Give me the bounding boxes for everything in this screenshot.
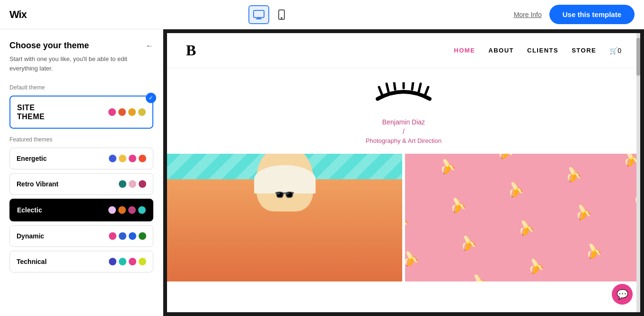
eclectic-theme-card[interactable]: Eclectic bbox=[9, 199, 153, 221]
default-theme-name: SITETHEME bbox=[17, 103, 45, 121]
color-dot bbox=[119, 258, 126, 265]
theme-dots bbox=[109, 232, 146, 240]
color-dot bbox=[139, 232, 146, 240]
use-template-button[interactable]: Use this template bbox=[549, 5, 635, 24]
technical-theme-card[interactable]: Technical bbox=[9, 251, 153, 272]
color-dot bbox=[129, 258, 136, 265]
selected-checkmark: ✓ bbox=[146, 93, 156, 103]
scrollbar[interactable] bbox=[636, 33, 640, 312]
color-dot bbox=[118, 206, 126, 214]
nav-link-store[interactable]: STORE bbox=[572, 47, 596, 54]
retro-vibrant-theme-card[interactable]: Retro Vibrant bbox=[9, 173, 153, 195]
theme-name: Energetic bbox=[17, 155, 47, 162]
theme-dots bbox=[109, 258, 146, 265]
gallery-item-person: 🕶️ bbox=[167, 154, 402, 281]
sidebar-header: Choose your theme ← bbox=[9, 41, 153, 51]
color-dot bbox=[129, 155, 136, 162]
theme-dots bbox=[119, 180, 146, 188]
color-dot bbox=[119, 155, 126, 162]
more-info-button[interactable]: More Info bbox=[514, 11, 542, 18]
top-right-actions: More Info Use this template bbox=[514, 5, 635, 24]
hero-subtitle: Photography & Art Direction bbox=[366, 137, 441, 144]
default-theme-dots bbox=[108, 108, 146, 116]
device-switcher bbox=[248, 5, 292, 24]
color-dot bbox=[139, 180, 146, 188]
preview-frame: B HOME ABOUT CLIENTS STORE 🛒0 bbox=[163, 29, 644, 316]
color-dot bbox=[108, 108, 116, 116]
lash-icon bbox=[375, 82, 432, 113]
glasses-decoration: 🕶️ bbox=[274, 185, 295, 205]
sidebar: Choose your theme ← Start with one you l… bbox=[0, 29, 163, 316]
svg-rect-0 bbox=[254, 10, 264, 18]
color-dot bbox=[118, 108, 126, 116]
default-theme-label: Default theme bbox=[9, 84, 153, 91]
banana-pattern: 🍌 🍌 🍌 🍌 🍌 🍌 🍌 🍌 🍌 🍌 🍌 🍌 bbox=[405, 154, 640, 281]
site-hero: Benjamin Diaz / Photography & Art Direct… bbox=[167, 68, 640, 154]
scroll-thumb[interactable] bbox=[636, 38, 640, 76]
color-dot bbox=[128, 206, 136, 214]
gallery-item-bananas: 🍌 🍌 🍌 🍌 🍌 🍌 🍌 🍌 🍌 🍌 🍌 🍌 bbox=[405, 154, 640, 281]
mobile-device-button[interactable] bbox=[271, 5, 292, 24]
color-dot bbox=[109, 155, 116, 162]
svg-line-11 bbox=[425, 87, 428, 96]
theme-name: Retro Vibrant bbox=[17, 180, 58, 188]
site-nav-links: HOME ABOUT CLIENTS STORE 🛒0 bbox=[454, 47, 621, 54]
hero-slash: / bbox=[403, 128, 405, 135]
sidebar-collapse-button[interactable]: ← bbox=[146, 42, 153, 50]
color-dot bbox=[128, 108, 136, 116]
cart-icon[interactable]: 🛒0 bbox=[609, 47, 621, 54]
banana: 🍌 bbox=[565, 236, 626, 281]
cart-count: 0 bbox=[618, 47, 621, 54]
chat-bubble[interactable]: 💬 bbox=[612, 284, 633, 305]
site-gallery: 🕶️ 🍌 🍌 🍌 🍌 🍌 🍌 🍌 🍌 bbox=[167, 154, 640, 281]
hero-name: Benjamin Diaz bbox=[382, 118, 425, 126]
site-navigation: B HOME ABOUT CLIENTS STORE 🛒0 bbox=[167, 33, 640, 68]
color-dot bbox=[139, 155, 146, 162]
bananas-bg: 🍌 🍌 🍌 🍌 🍌 🍌 🍌 🍌 🍌 🍌 🍌 🍌 bbox=[405, 154, 640, 281]
color-dot bbox=[109, 258, 116, 265]
banana: 🍌 bbox=[602, 154, 640, 192]
energetic-theme-card[interactable]: Energetic bbox=[9, 148, 153, 169]
svg-line-9 bbox=[412, 82, 413, 89]
svg-line-7 bbox=[394, 82, 395, 89]
color-dot bbox=[139, 258, 146, 265]
desktop-device-button[interactable] bbox=[248, 5, 269, 24]
nav-link-clients[interactable]: CLIENTS bbox=[527, 47, 558, 54]
color-dot bbox=[108, 206, 116, 214]
wix-logo: Wix bbox=[9, 9, 26, 21]
theme-name: Technical bbox=[17, 258, 47, 265]
color-dot bbox=[138, 206, 146, 214]
nav-link-home[interactable]: HOME bbox=[454, 47, 475, 54]
preview-area: B HOME ABOUT CLIENTS STORE 🛒0 bbox=[163, 29, 644, 316]
dynamic-theme-card[interactable]: Dynamic bbox=[9, 225, 153, 247]
nav-link-about[interactable]: ABOUT bbox=[488, 47, 514, 54]
color-dot bbox=[129, 180, 136, 188]
color-dot bbox=[119, 232, 126, 240]
main-area: Choose your theme ← Start with one you l… bbox=[0, 29, 644, 316]
theme-dots bbox=[109, 155, 146, 162]
svg-point-4 bbox=[281, 18, 282, 18]
theme-name: Eclectic bbox=[17, 206, 42, 214]
theme-dots bbox=[108, 206, 146, 214]
svg-line-10 bbox=[419, 84, 421, 92]
color-dot bbox=[138, 108, 146, 116]
featured-themes-label: Featured themes bbox=[9, 136, 153, 143]
sidebar-subtitle: Start with one you like, you'll be able … bbox=[9, 54, 153, 73]
chat-icon: 💬 bbox=[617, 289, 628, 300]
theme-name: Dynamic bbox=[17, 232, 44, 240]
color-dot bbox=[109, 232, 116, 240]
default-theme-card[interactable]: SITETHEME ✓ bbox=[9, 96, 153, 129]
svg-line-5 bbox=[379, 87, 382, 96]
color-dot bbox=[119, 180, 126, 188]
color-dot bbox=[129, 232, 136, 240]
sidebar-title: Choose your theme bbox=[9, 41, 89, 51]
svg-line-6 bbox=[387, 84, 388, 92]
banana: 🍌 bbox=[405, 244, 443, 281]
site-logo: B bbox=[186, 42, 196, 59]
top-bar: Wix More Info Use this template bbox=[0, 0, 644, 29]
